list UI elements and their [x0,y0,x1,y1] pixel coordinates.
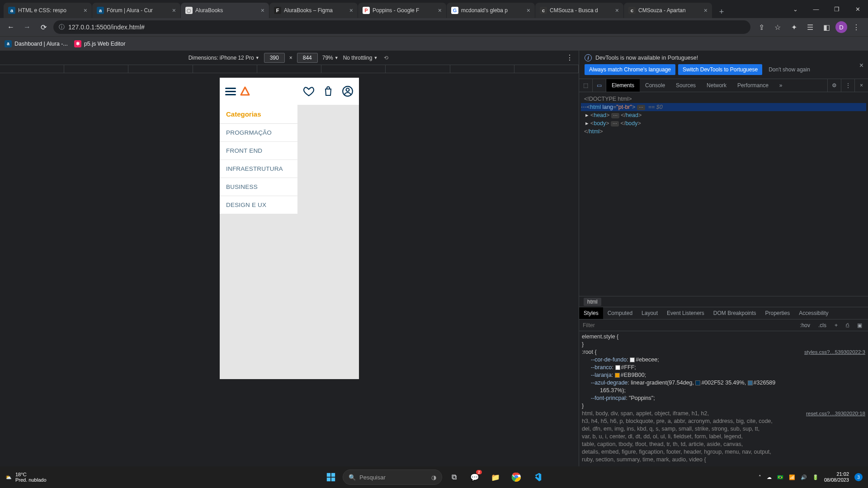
dom-node-html[interactable]: ⋯<html lang="pt-br"> ⋯ == $0 [581,103,866,111]
language-indicator[interactable]: 🇧🇷 [777,474,783,480]
devtools-close-icon[interactable]: × [854,79,868,92]
bag-icon[interactable] [323,85,334,97]
color-swatch[interactable] [615,373,620,378]
close-icon[interactable]: × [349,7,353,14]
browser-tab[interactable]: cCMSouza - Busca d× [535,3,623,18]
profile-avatar[interactable]: D [835,21,847,33]
more-tabs-icon[interactable]: » [774,79,788,92]
device-menu-icon[interactable]: ⋮ [566,53,573,62]
hamburger-icon[interactable] [225,88,236,95]
new-tab-button[interactable]: + [715,5,728,18]
dropdown-item[interactable]: DESIGN E UX [220,196,297,214]
computed-toggle-icon[interactable]: ▣ [855,322,864,328]
close-icon[interactable]: × [84,7,87,14]
battery-icon[interactable]: 🔋 [812,474,819,480]
dom-node-body[interactable]: ▸ <body> ⋯ </body> [581,119,866,127]
close-icon[interactable]: × [527,7,530,14]
address-bar[interactable]: ⓘ 127.0.0.1:5500/index.html# [53,20,750,34]
styles-filter-input[interactable] [583,322,794,328]
extensions-icon[interactable]: ✦ [787,20,801,34]
browser-tab[interactable]: ◌AluraBooks× [181,3,269,18]
width-input[interactable] [264,53,285,63]
device-selector[interactable]: Dimensions: iPhone 12 Pro ▼ [189,55,259,61]
tab-elements[interactable]: Elements [606,79,640,92]
weather-widget[interactable]: ⛅ 18°C Pred. nublado [5,472,47,483]
taskbar-search[interactable]: 🔍 Pesquisar ◑ [343,469,442,485]
dont-show-button[interactable]: Don't show again [765,64,814,75]
minimize-button[interactable]: — [806,0,826,18]
always-match-button[interactable]: Always match Chrome's language [585,64,675,75]
tab-network[interactable]: Network [701,79,732,92]
source-link[interactable]: reset.css?…39302020:18 [806,410,865,418]
onedrive-icon[interactable]: ☁ [767,474,772,480]
volume-icon[interactable]: 🔊 [801,474,807,480]
rotate-icon[interactable]: ⟲ [382,54,390,62]
chrome-menu-icon[interactable]: ⋮ [849,20,863,34]
clock[interactable]: 21:02 08/08/2023 [824,471,849,483]
browser-tab[interactable]: cCMSouza - Apartan× [624,3,712,18]
close-icon[interactable]: × [704,7,708,14]
dom-node-head[interactable]: ▸ <head> ⋯ </head> [581,111,866,119]
cls-toggle[interactable]: .cls [816,322,829,328]
subtab-styles[interactable]: Styles [579,307,603,319]
close-icon[interactable]: × [615,7,619,14]
side-panel-icon[interactable]: ◧ [819,20,834,34]
task-view-icon[interactable]: ⧉ [445,468,463,486]
dropdown-item[interactable]: BUSINESS [220,178,297,196]
switch-language-button[interactable]: Switch DevTools to Portuguese [678,64,762,75]
bookmark-star-icon[interactable]: ☆ [770,20,785,34]
subtab-dom-breakpoints[interactable]: DOM Breakpoints [709,307,761,319]
zoom-selector[interactable]: 79%▼ [322,55,339,61]
color-swatch[interactable] [748,380,753,385]
bookmark-item[interactable]: ✱p5.js Web Editor [74,40,125,47]
dropdown-item[interactable]: FRONT END [220,142,297,160]
settings-icon[interactable]: ⚙ [827,79,841,92]
taskbar-app-vscode[interactable] [528,468,546,486]
tab-sources[interactable]: Sources [670,79,701,92]
color-swatch[interactable] [630,357,635,362]
close-window-button[interactable]: ✕ [847,0,868,18]
browser-tab[interactable]: aFórum | Alura - Cur× [92,3,180,18]
new-style-rule-icon[interactable]: + [832,322,840,328]
tray-chevron-icon[interactable]: ˄ [759,474,761,480]
forward-button[interactable]: → [21,21,33,33]
dropdown-item[interactable]: INFRAESTRUTURA [220,160,297,178]
close-icon[interactable]: × [172,7,176,14]
height-input[interactable] [297,53,318,63]
wifi-icon[interactable]: 📶 [789,474,795,480]
browser-tab[interactable]: Gmcdonald's gleba p× [447,3,535,18]
throttling-selector[interactable]: No throttling▼ [343,55,378,61]
close-icon[interactable]: × [261,7,264,14]
dom-tree[interactable]: <!DOCTYPE html> ⋯<html lang="pt-br"> ⋯ =… [579,92,868,296]
subtab-properties[interactable]: Properties [761,307,795,319]
bookmark-item[interactable]: aDashboard | Alura -... [5,40,68,47]
heart-icon[interactable] [303,85,315,97]
dropdown-item[interactable]: PROGRMAÇÃO [220,124,297,142]
source-link[interactable]: styles.css?…539302022:3 [804,348,865,356]
device-toggle-icon[interactable]: ▭ [593,79,606,92]
reading-list-icon[interactable]: ☰ [803,20,817,34]
browser-tab[interactable]: FAluraBooks – Figma× [269,3,358,18]
close-icon[interactable]: × [438,7,442,14]
maximize-button[interactable]: ❐ [826,0,847,18]
share-icon[interactable]: ⇪ [754,20,769,34]
tab-console[interactable]: Console [640,79,670,92]
browser-tab[interactable]: PPoppins - Google F× [358,3,446,18]
taskbar-app-chat[interactable]: 💬2 [466,468,484,486]
color-swatch[interactable] [615,365,620,370]
reload-button[interactable]: ⟳ [37,21,50,33]
inspect-icon[interactable]: ⬚ [579,79,593,92]
tab-search-button[interactable]: ⌄ [785,0,806,18]
styles-body[interactable]: element.style { } styles.css?…539302022:… [579,331,868,466]
back-button[interactable]: ← [5,21,17,33]
color-swatch[interactable] [695,380,700,385]
subtab-computed[interactable]: Computed [603,307,637,319]
taskbar-app-explorer[interactable]: 📁 [486,468,505,486]
print-emulation-icon[interactable]: ⎙ [844,322,851,328]
taskbar-app-chrome[interactable] [507,468,525,486]
user-icon[interactable] [342,85,354,97]
site-info-icon[interactable]: ⓘ [59,23,65,31]
start-button[interactable] [322,468,340,486]
subtab-accessibility[interactable]: Accessibility [794,307,833,319]
browser-tab[interactable]: aHTML e CSS: respo× [4,3,92,18]
